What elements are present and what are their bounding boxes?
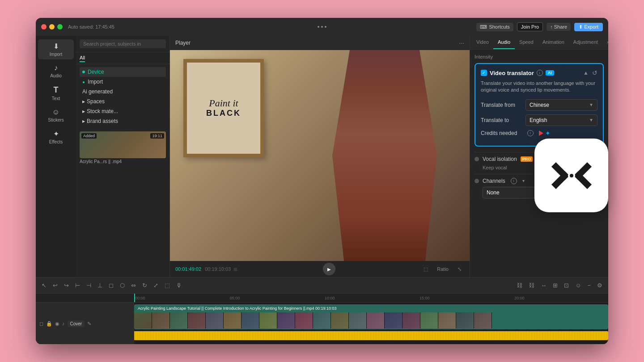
tab-video[interactable]: Video (472, 36, 493, 49)
credits-value: ✦ (539, 130, 551, 137)
crop-button[interactable]: ◻ (106, 280, 116, 290)
timeline-tracks: ◻ 🔒 ◉ ♪ Cover ✎ Acrylic Painting Landsca… (36, 303, 608, 344)
ruler-mark-4: 20:00 (513, 296, 608, 300)
section-spaces[interactable]: ▶ Spaces (80, 97, 166, 106)
ai-badge: AI (546, 70, 554, 76)
rotate-button[interactable]: ↻ (140, 280, 149, 290)
resize2-button[interactable]: ⊡ (562, 280, 571, 290)
video-track[interactable]: Acrylic Painting Landscape Tutorial || C… (134, 304, 608, 329)
shortcuts-button[interactable]: ⌨ Shortcuts (476, 23, 513, 31)
translate-to-select[interactable]: English ▼ (525, 114, 597, 126)
thumb-18 (438, 312, 456, 328)
mic-button[interactable]: 🎙 (174, 280, 184, 290)
screenshot-button[interactable]: ⬚ (421, 265, 431, 273)
ruler-marks: 00:00 05:00 10:00 15:00 20:00 (134, 296, 608, 300)
track-eye-button[interactable]: ◻ (39, 321, 43, 327)
split-after-button[interactable]: ⊥ (95, 280, 105, 290)
track-controls: ◻ 🔒 ◉ ♪ Cover ✎ (36, 303, 134, 344)
player-menu-button[interactable]: ··· (459, 39, 464, 46)
section-import[interactable]: ● Import (80, 77, 166, 87)
video-frame: Paint it BLACK (170, 50, 470, 261)
video-background: Paint it BLACK (170, 50, 470, 261)
thumb-13 (349, 312, 367, 328)
vocal-toggle[interactable] (475, 157, 479, 161)
media-name: Acrylic Pa...rs || .mp4 (80, 159, 166, 164)
section-stock[interactable]: ▶ Stock mate... (80, 106, 166, 116)
expand-icon[interactable]: ▲ (583, 70, 589, 76)
link-button[interactable]: ⛓ (514, 280, 525, 290)
share-button[interactable]: ↑ Share (547, 23, 571, 31)
translate-from-field: Translate from Chinese ▼ (481, 99, 597, 111)
sidebar-item-text[interactable]: T Text (38, 83, 74, 104)
channels-info-icon[interactable]: i (511, 178, 517, 184)
replace-button[interactable]: ⬚ (162, 280, 172, 290)
credits-info-icon[interactable]: i (527, 130, 534, 136)
track-volume-button[interactable]: ♪ (62, 321, 65, 326)
tab-animation[interactable]: Animation (538, 36, 569, 49)
track-area: Acrylic Painting Landscape Tutorial || C… (134, 303, 608, 344)
section-brand-assets[interactable]: ▶ Brand assets (80, 116, 166, 126)
section-ai-generated[interactable]: Ai generated (80, 87, 166, 97)
play-button[interactable]: ▶ (323, 263, 335, 275)
audio-icon: ♪ (54, 64, 58, 72)
split-button[interactable]: ⊣ (84, 280, 93, 290)
emoji-button[interactable]: ☺ (573, 280, 583, 290)
thumb-6 (224, 312, 242, 328)
sidebar-item-stickers[interactable]: ☺ Stickers (38, 105, 74, 125)
info-icon[interactable]: i (537, 70, 543, 76)
audio-track[interactable] (134, 331, 608, 340)
translate-from-label: Translate from (481, 102, 525, 108)
section-device[interactable]: Device (80, 67, 166, 77)
tab-more[interactable]: » (602, 36, 608, 49)
resize-button[interactable]: ⤢ (151, 280, 161, 290)
tab-adjustment[interactable]: Adjustment (569, 36, 602, 49)
minus-button[interactable]: − (585, 280, 593, 290)
export-button[interactable]: ⬆ Export (574, 23, 603, 31)
mirror-button[interactable]: ⇔ (129, 280, 138, 290)
track-edit-button[interactable]: ✎ (87, 321, 91, 327)
minimize-button[interactable] (49, 24, 55, 29)
unlink-button[interactable]: ⛓ (526, 280, 537, 290)
undo-button[interactable]: ↩ (51, 280, 60, 290)
timeline: ↖ ↩ ↪ ⊢ ⊣ ⊥ ◻ ⬡ ⇔ ↻ ⤢ ⬚ 🎙 ⛓ ⛓ ↔ ⊞ ⊡ ☺ − … (36, 277, 608, 344)
media-tabs: All (76, 52, 169, 64)
timeline-toolbar: ↖ ↩ ↪ ⊢ ⊣ ⊥ ◻ ⬡ ⇔ ↻ ⤢ ⬚ 🎙 ⛓ ⛓ ↔ ⊞ ⊡ ☺ − … (36, 278, 608, 294)
channels-dropdown-icon[interactable]: ▾ (522, 178, 525, 183)
cursor-tool-button[interactable]: ↖ (39, 280, 49, 290)
ratio-button[interactable]: Ratio (434, 265, 451, 273)
reconnect-button[interactable]: ↔ (538, 280, 549, 290)
close-button[interactable] (41, 24, 47, 29)
effects-icon: ✦ (53, 130, 59, 138)
translate-from-select[interactable]: Chinese ▼ (525, 99, 597, 111)
thumb-5 (206, 312, 224, 328)
chevron-down-icon-2: ▼ (589, 118, 593, 122)
dots-menu[interactable] (318, 26, 326, 28)
channels-toggle[interactable] (475, 179, 479, 183)
align-button[interactable]: ⊞ (551, 280, 560, 290)
cover-button[interactable]: Cover (68, 320, 85, 327)
tab-speed[interactable]: Speed (515, 36, 538, 49)
fullscreen-button[interactable]: ⤡ (455, 265, 464, 273)
sidebar-item-audio[interactable]: ♪ Audio (38, 61, 74, 81)
tab-audio[interactable]: Audio (493, 36, 515, 49)
timeline-right-tools: ⛓ ⛓ ↔ ⊞ ⊡ ☺ − ⚙ (514, 280, 605, 290)
video-translator-card: ✓ Video translator i AI ▲ ↺ Translate yo… (475, 63, 604, 147)
join-pro-button[interactable]: Join Pro (517, 22, 543, 31)
settings-button[interactable]: ⚙ (595, 280, 605, 290)
redo-button[interactable]: ↪ (62, 280, 71, 290)
reset-icon[interactable]: ↺ (592, 69, 597, 76)
media-item[interactable]: Added 19:11 Acrylic Pa...rs || .mp4 (80, 131, 166, 164)
credits-field: Credits needed i ✦ (481, 130, 597, 137)
sidebar-item-effects[interactable]: ✦ Effects (38, 127, 74, 147)
split-before-button[interactable]: ⊢ (73, 280, 82, 290)
track-visibility-button[interactable]: ◉ (55, 321, 59, 327)
title-bar: Auto saved: 17:45:45 ⌨ Shortcuts Join Pr… (36, 18, 608, 36)
track-lock-button[interactable]: 🔒 (46, 321, 52, 327)
search-input[interactable] (80, 39, 166, 48)
shield-button[interactable]: ⬡ (118, 280, 127, 290)
thumb-12 (331, 312, 349, 328)
maximize-button[interactable] (57, 24, 63, 29)
tab-all[interactable]: All (80, 54, 85, 62)
sidebar-item-import[interactable]: ⬇ Import (38, 39, 74, 59)
translator-checkbox[interactable]: ✓ (481, 70, 487, 76)
